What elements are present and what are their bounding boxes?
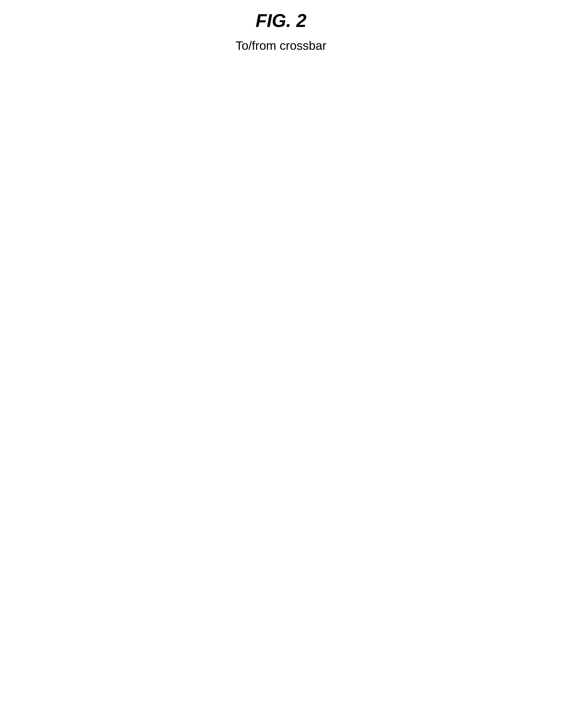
- crossbar-label: To/from crossbar: [235, 39, 326, 53]
- fig-caption: FIG. 2: [255, 10, 307, 31]
- page-container: Core 200 Instruction fetch unit 200 Fetc…: [0, 0, 562, 728]
